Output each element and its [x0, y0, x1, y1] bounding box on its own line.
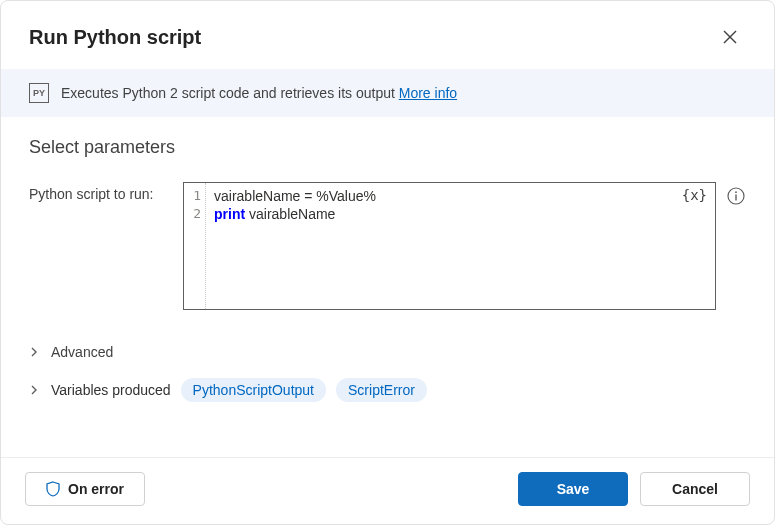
chevron-right-icon[interactable] — [29, 385, 41, 395]
more-info-link[interactable]: More info — [399, 85, 457, 101]
dialog-body: Select parameters Python script to run: … — [1, 117, 774, 457]
save-button[interactable]: Save — [518, 472, 628, 506]
footer-right-buttons: Save Cancel — [518, 472, 750, 506]
code-editor[interactable]: 1 2 vairableName = %Value% print vairabl… — [183, 182, 716, 310]
script-label: Python script to run: — [29, 182, 169, 202]
dialog-header: Run Python script — [1, 1, 774, 69]
editor-wrap: 1 2 vairableName = %Value% print vairabl… — [183, 182, 746, 310]
advanced-label: Advanced — [51, 344, 113, 360]
banner-text: Executes Python 2 script code and retrie… — [61, 85, 395, 101]
info-icon — [727, 187, 745, 205]
on-error-label: On error — [68, 481, 124, 497]
dialog-title: Run Python script — [29, 26, 201, 49]
variables-produced-row: Variables produced PythonScriptOutput Sc… — [29, 368, 746, 412]
gutter-line-2: 2 — [184, 205, 201, 223]
keyword-print: print — [214, 206, 245, 222]
on-error-button[interactable]: On error — [25, 472, 145, 506]
gutter-line-1: 1 — [184, 187, 201, 205]
python-icon: PY — [29, 83, 49, 103]
shield-icon — [46, 481, 60, 497]
script-field-row: Python script to run: 1 2 vairableName =… — [29, 182, 746, 310]
dialog: Run Python script PY Executes Python 2 s… — [0, 0, 775, 525]
cancel-label: Cancel — [672, 481, 718, 497]
close-button[interactable] — [714, 21, 746, 53]
advanced-expander[interactable]: Advanced — [29, 336, 746, 368]
code-lines: vairableName = %Value% print vairableNam… — [206, 183, 715, 309]
svg-rect-4 — [735, 195, 736, 201]
dialog-footer: On error Save Cancel — [1, 457, 774, 524]
variable-chip[interactable]: PythonScriptOutput — [181, 378, 326, 402]
banner-text-wrap: Executes Python 2 script code and retrie… — [61, 85, 457, 101]
variables-produced-label: Variables produced — [51, 382, 171, 398]
insert-variable-button[interactable]: {x} — [682, 187, 707, 203]
code-line-2-rest: vairableName — [245, 206, 335, 222]
info-banner: PY Executes Python 2 script code and ret… — [1, 69, 774, 117]
line-gutter: 1 2 — [184, 183, 206, 309]
cancel-button[interactable]: Cancel — [640, 472, 750, 506]
section-title: Select parameters — [29, 137, 746, 158]
close-icon — [723, 30, 737, 44]
chevron-right-icon — [29, 347, 41, 357]
save-label: Save — [557, 481, 590, 497]
field-info-button[interactable] — [726, 186, 746, 206]
code-line-1: vairableName = %Value% — [214, 187, 707, 205]
code-line-2: print vairableName — [214, 205, 707, 223]
svg-point-3 — [735, 191, 737, 193]
variable-chip[interactable]: ScriptError — [336, 378, 427, 402]
